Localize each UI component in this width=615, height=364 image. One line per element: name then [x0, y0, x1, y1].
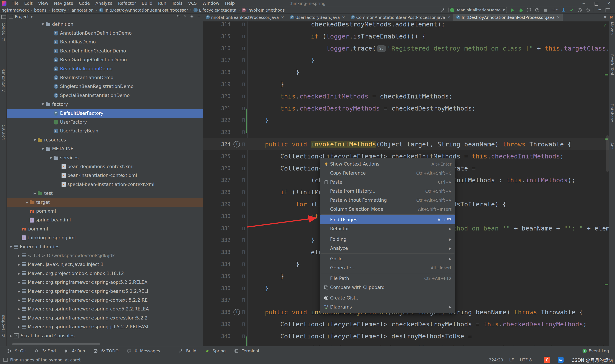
tool-window-button-6-todo[interactable]: 6: TODO — [94, 349, 119, 353]
tree-item-beandefinitioncreationdemo[interactable]: CBeanDefinitionCreationDemo — [6, 46, 203, 55]
code-line-319[interactable]: 319 } — [203, 78, 609, 90]
line-number[interactable]: 335 — [203, 270, 230, 282]
tree-item-resources[interactable]: ▼resources — [6, 135, 203, 144]
locate-icon[interactable] — [176, 14, 180, 19]
breadcrumb-item-beans[interactable]: beans — [34, 8, 46, 13]
context-menu-item-create-gist[interactable]: Create Gist... — [320, 293, 455, 302]
tree-item-pom-xml[interactable]: mpom.xml — [6, 224, 203, 233]
horizontal-scrollbar[interactable] — [12, 343, 100, 345]
tree-item-maven-org-springframework-spring-core-5-2-2-relea[interactable]: ▶Maven: org.springframework:spring-core:… — [6, 305, 203, 313]
hidden-tabs-icon[interactable]: ▼ — [601, 15, 609, 19]
stop-icon[interactable] — [543, 8, 548, 13]
code-line-339[interactable]: 339 Collection<LifecycleElement> checked… — [203, 318, 609, 330]
line-number[interactable]: 326 — [203, 162, 230, 174]
tree-item-beangarbagecollectiondemo[interactable]: CBeanGarbageCollectionDemo — [6, 55, 203, 64]
tree-item-annotationbeandefinitiondemo[interactable]: CAnnotationBeanDefinitionDemo — [6, 29, 203, 38]
line-number[interactable]: 314 — [203, 21, 230, 30]
tree-item-external-libraries[interactable]: ▼External Libraries — [6, 242, 203, 251]
code-line-316[interactable]: 316 logger.trace(o:"Registered destroy m… — [203, 42, 609, 54]
line-number[interactable]: 325 — [203, 150, 230, 162]
context-menu-item-compare-with-clipboard[interactable]: Compare with Clipboard — [320, 283, 455, 292]
caret-position[interactable]: 324:29 — [489, 358, 503, 362]
tool-button-7-structure[interactable]: 7: Structure — [1, 69, 5, 92]
tree-item-factory[interactable]: ▼factory — [6, 100, 203, 109]
tree-item-singletonbeanregistrationdemo[interactable]: CSingletonBeanRegistrationDemo — [6, 82, 203, 91]
menu-view[interactable]: View — [35, 0, 51, 7]
tool-button-1-project[interactable]: 1: Project — [1, 23, 5, 41]
menu-file[interactable]: File — [9, 0, 21, 7]
line-number[interactable]: 333 — [203, 246, 230, 258]
line-number[interactable]: 338 — [203, 306, 230, 318]
project-tool-icon[interactable] — [1, 15, 6, 19]
menu-navigate[interactable]: Navigate — [51, 0, 76, 7]
code-line-323[interactable]: 323 — [203, 126, 609, 138]
context-menu-item-find-usages[interactable]: Find UsagesAlt+F7 — [320, 215, 455, 224]
context-menu-item-file-path[interactable]: File PathCtrl+Alt+F12 — [320, 274, 455, 283]
code-line-317[interactable]: 317 } — [203, 54, 609, 66]
run-config-combo[interactable]: BeanInitializationDemo ▼ — [448, 7, 507, 13]
line-number[interactable]: 332 — [203, 234, 230, 246]
line-number[interactable]: 322 — [203, 114, 230, 126]
context-menu-item-copy-reference[interactable]: Copy ReferenceCtrl+Alt+Shift+C — [320, 169, 455, 178]
tool-button-commit[interactable]: Commit — [1, 125, 5, 140]
tab-nnotationbeanpostprocessor-java[interactable]: CnnotationBeanPostProcessor.java✕ — [203, 13, 287, 21]
line-number[interactable]: 324 — [203, 138, 230, 150]
inspections-ok-icon[interactable]: ✓ — [603, 23, 607, 28]
layout-icon[interactable] — [605, 8, 611, 13]
breadcrumb-item-annotation[interactable]: annotation — [71, 8, 94, 13]
context-menu-item-refactor[interactable]: Refactor▶ — [320, 224, 455, 233]
menu-analyze[interactable]: Analyze — [93, 0, 115, 7]
line-number[interactable]: 328 — [203, 186, 230, 198]
tree-item-target[interactable]: ▶target — [6, 198, 203, 207]
tab-userfactorybean-java[interactable]: CUserFactoryBean.java✕ — [287, 13, 348, 21]
collapse-all-icon[interactable] — [183, 14, 187, 19]
tree-item-userfactory[interactable]: IUserFactory — [6, 117, 203, 126]
code-line-314[interactable]: 314 checkedDestroyMethods.add(element); — [203, 21, 609, 30]
line-number[interactable]: 315 — [203, 30, 230, 42]
tool-window-button-4-run[interactable]: 4: Run — [64, 349, 85, 353]
context-menu-item-folding[interactable]: Folding▶ — [320, 235, 455, 244]
tool-window-button-9-git[interactable]: 9: Git — [7, 349, 26, 353]
tree-item-userfactorybean[interactable]: CUserFactoryBean — [6, 127, 203, 135]
tree-item-specialbeaninstantiationdemo[interactable]: CSpecialBeanInstantiationDemo — [6, 91, 203, 100]
menu-tools[interactable]: Tools — [169, 0, 185, 7]
tree-item-maven-org-projectlombok-lombok-1-18-12[interactable]: ▶Maven: org.projectlombok:lombok:1.18.12 — [6, 269, 203, 278]
window-icon[interactable] — [3, 358, 8, 362]
context-menu-item-go-to[interactable]: Go To▶ — [320, 254, 455, 263]
line-number[interactable]: 337 — [203, 294, 230, 306]
line-number[interactable]: 329 — [203, 198, 230, 210]
tool-window-button-3-find[interactable]: 3: Find — [35, 349, 56, 353]
tree-item-scratches-and-consoles[interactable]: ▶»Scratches and Consoles — [6, 331, 203, 340]
line-number[interactable]: 317 — [203, 54, 230, 66]
line-number[interactable]: 316 — [203, 42, 230, 54]
context-menu-item-paste[interactable]: PasteCtrl+V — [320, 178, 455, 187]
tree-item-test[interactable]: ▶test — [6, 189, 203, 198]
profiler-icon[interactable] — [535, 8, 540, 13]
file-encoding[interactable]: UTF-8 — [520, 358, 532, 362]
tree-item-definition[interactable]: ▼definition — [6, 20, 203, 29]
menu-vcs[interactable]: VCS — [185, 0, 200, 7]
minimize-button[interactable]: ─ — [577, 0, 590, 7]
tree-item-bean-instantiation-context-xml[interactable]: xbean-instantiation-context.xml — [6, 171, 203, 180]
tool-window-button-0-messages[interactable]: 0: Messages — [127, 349, 160, 353]
code-line-322[interactable]: 322 } — [203, 114, 609, 126]
context-menu-item-paste-from-history[interactable]: Paste from History...Ctrl+Shift+V — [320, 187, 455, 196]
context-menu-item-column-selection-mode[interactable]: Column Selection ModeAlt+Shift+Insert — [320, 205, 455, 214]
line-number[interactable]: 327 — [203, 174, 230, 186]
tree-item-spring-bean-iml[interactable]: ispring-bean.iml — [6, 216, 203, 224]
context-menu-item-generate[interactable]: Generate...Alt+Insert — [320, 263, 455, 273]
code-line-341[interactable]: 341 (checkedDestroyMethods != null ? che… — [203, 342, 609, 346]
line-ending[interactable]: LF — [509, 358, 514, 362]
commit-icon[interactable] — [569, 8, 574, 13]
override-method-icon[interactable]: ↑ — [233, 141, 240, 147]
line-number[interactable]: 321 — [203, 102, 230, 114]
code-line-318[interactable]: 318 } — [203, 66, 609, 78]
line-number[interactable]: 319 — [203, 78, 230, 90]
context-menu-item-paste-without-formatting[interactable]: Paste without FormattingCtrl+Alt+Shift+V — [320, 196, 455, 205]
close-icon[interactable]: ✕ — [281, 15, 284, 20]
tree-item-special-bean-instantiation-context-xml[interactable]: xspecial-bean-instantiation-context.xml — [6, 180, 203, 189]
code-line-324[interactable]: 324↑ public void invokeInitMethods(Objec… — [203, 138, 609, 150]
tree-item-maven-javax-inject-javax-inject-1[interactable]: ▶Maven: javax.inject:javax.inject:1 — [6, 260, 203, 269]
tree-item-maven-org-springframework-spring-context-5-2-2-re[interactable]: ▶Maven: org.springframework:spring-conte… — [6, 296, 203, 304]
breadcrumb-item-invokeinitmethods[interactable]: minvokeInitMethods — [242, 8, 285, 13]
